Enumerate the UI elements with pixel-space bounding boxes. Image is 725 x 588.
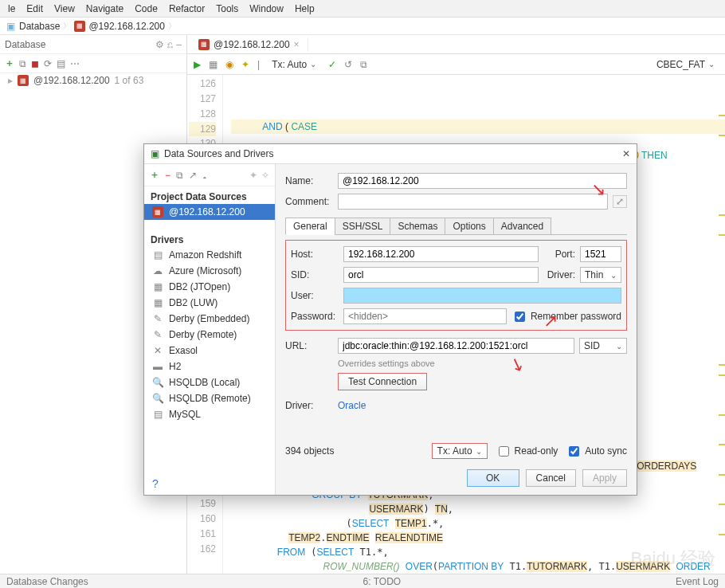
menu-edit[interactable]: Edit <box>22 2 48 15</box>
collapse-icon[interactable]: ✦ <box>249 170 257 181</box>
ok-button[interactable]: OK <box>467 469 519 487</box>
filter-icon[interactable]: ▤ <box>57 58 65 69</box>
tx-combo[interactable]: Tx: Auto <box>432 443 488 459</box>
stop-icon[interactable]: ◼ <box>31 58 39 69</box>
apply-button[interactable]: Apply <box>582 469 627 487</box>
close-icon[interactable]: × <box>294 39 300 50</box>
editor-tab[interactable]: ▦ @192.168.12.200 × <box>190 37 308 52</box>
more-icon[interactable]: ⋯ <box>70 58 80 69</box>
driver-item[interactable]: ▦DB2 (LUW) <box>144 295 275 311</box>
label-driver: Driver: <box>285 400 333 411</box>
user-field[interactable] <box>343 288 621 304</box>
tab-options[interactable]: Options <box>445 218 493 235</box>
cancel-button[interactable]: Cancel <box>526 469 576 487</box>
dialog-sidebar: ＋ − ⧉ ↗ 🢑 ✦ ✧ Project Data Sources ▦ @19… <box>144 164 276 495</box>
breadcrumb: ▣ Database 〉 ▦ @192.168.12.200 〉 <box>0 18 725 35</box>
autosync-checkbox[interactable]: Auto sync <box>566 444 627 459</box>
tab-general[interactable]: General <box>285 218 335 235</box>
driver-item[interactable]: ▦DB2 (JTOpen) <box>144 279 275 295</box>
menu-tools[interactable]: Tools <box>211 2 243 15</box>
driver-item[interactable]: 🔍HSQLDB (Local) <box>144 374 275 390</box>
url-mode-combo[interactable]: SID <box>579 338 627 354</box>
status-db-changes[interactable]: Database Changes <box>6 576 88 587</box>
crumb-connection[interactable]: @192.168.12.200 <box>88 21 165 32</box>
driver-icon: 🔍 <box>152 377 163 388</box>
driver-icon: ▬ <box>152 361 163 372</box>
name-field[interactable] <box>338 173 627 189</box>
readonly-checkbox[interactable]: Read-only <box>496 444 558 459</box>
copy-icon[interactable]: ⧉ <box>176 170 183 181</box>
tree-count: 1 of 63 <box>115 75 144 86</box>
wrench-icon[interactable]: ↗ <box>189 170 197 181</box>
schema-combo[interactable]: CBEC_FAT <box>652 57 719 73</box>
crumb-database[interactable]: Database <box>19 21 60 32</box>
menu-help[interactable]: Help <box>290 2 319 15</box>
ds-item-selected[interactable]: ▦ @192.168.12.200 <box>144 204 275 220</box>
menu-file[interactable]: le <box>3 2 20 15</box>
stop-run-icon[interactable]: ◉ <box>225 59 233 70</box>
driver-item[interactable]: ▤MySQL <box>144 406 275 422</box>
driver-item[interactable]: ✎Derby (Remote) <box>144 327 275 343</box>
driver-mode-combo[interactable]: Thin <box>580 267 621 283</box>
driver-item[interactable]: ✕Exasol <box>144 343 275 359</box>
gear-icon[interactable]: ⚙ <box>155 39 164 50</box>
menu-navigate[interactable]: Navigate <box>81 2 128 15</box>
label-host: Host: <box>291 249 339 260</box>
tree-row-connection[interactable]: ▸ ▦ @192.168.12.200 1 of 63 <box>0 73 186 88</box>
menu-refactor[interactable]: Refactor <box>164 2 210 15</box>
driver-item[interactable]: ▬H2 <box>144 359 275 374</box>
chevron-right-icon: 〉 <box>63 21 71 32</box>
comment-field[interactable] <box>338 194 608 210</box>
run-icon[interactable]: ▶ <box>194 59 201 70</box>
overview-stripe[interactable] <box>717 75 725 574</box>
expand-icon[interactable]: ✧ <box>261 170 269 181</box>
database-icon: ▦ <box>152 206 163 218</box>
driver-item[interactable]: ☁Azure (Microsoft) <box>144 263 275 279</box>
sid-field[interactable] <box>343 267 539 283</box>
chevron-right-icon: 〉 <box>168 21 176 32</box>
tx-mode-combo[interactable]: Tx: Auto <box>268 57 320 73</box>
driver-icon: ▦ <box>152 281 163 292</box>
label-url: URL: <box>285 340 333 351</box>
help-icon[interactable]: ? <box>144 472 275 495</box>
folder-icon: ▣ <box>5 21 16 32</box>
driver-icon: ✎ <box>152 313 163 324</box>
driver-link[interactable]: Oracle <box>338 400 366 411</box>
password-field[interactable] <box>343 308 507 324</box>
port-field[interactable] <box>580 246 621 262</box>
remove-icon[interactable]: − <box>165 170 170 181</box>
database-panel-title: Database <box>5 39 45 50</box>
close-icon[interactable]: ✕ <box>622 148 630 159</box>
menu-code[interactable]: Code <box>130 2 163 15</box>
menu-window[interactable]: Window <box>245 2 288 15</box>
driver-item[interactable]: ▤Amazon Redshift <box>144 247 275 263</box>
commit-icon[interactable]: ✓ <box>328 59 336 70</box>
copy-icon[interactable]: ⧉ <box>19 58 26 69</box>
add-icon[interactable]: ＋ <box>5 57 14 70</box>
import-icon[interactable]: 🢑 <box>202 170 207 181</box>
history-icon[interactable]: ⧉ <box>360 59 367 70</box>
host-field[interactable] <box>343 246 539 262</box>
status-todo[interactable]: 6: TODO <box>363 576 402 587</box>
tree-conn-label: @192.168.12.200 <box>33 75 110 86</box>
status-bar: Database Changes 6: TODO Event Log <box>0 574 725 588</box>
menu-view[interactable]: View <box>49 2 80 15</box>
tab-schemas[interactable]: Schemas <box>390 218 445 235</box>
minimize-icon[interactable]: – <box>176 39 182 50</box>
driver-item[interactable]: ✎Derby (Embedded) <box>144 311 275 327</box>
explain-icon[interactable]: ✦ <box>241 59 249 70</box>
test-connection-button[interactable]: Test Connection <box>338 373 427 390</box>
rollback-icon[interactable]: ↺ <box>344 59 352 70</box>
status-event-log[interactable]: Event Log <box>676 576 719 587</box>
expand-icon[interactable]: ⤢ <box>613 195 627 208</box>
collapse-icon[interactable]: ⎌ <box>167 39 173 50</box>
refresh-icon[interactable]: ⟳ <box>44 58 52 69</box>
tab-advanced[interactable]: Advanced <box>493 218 551 235</box>
label-comment: Comment: <box>285 196 333 207</box>
url-field[interactable] <box>338 338 574 354</box>
tab-ssh[interactable]: SSH/SSL <box>335 218 391 235</box>
driver-item[interactable]: 🔍HSQLDB (Remote) <box>144 390 275 406</box>
add-icon[interactable]: ＋ <box>150 168 159 182</box>
remember-password-checkbox[interactable]: Remember password <box>511 309 621 324</box>
run-config-icon[interactable]: ▦ <box>209 59 217 70</box>
